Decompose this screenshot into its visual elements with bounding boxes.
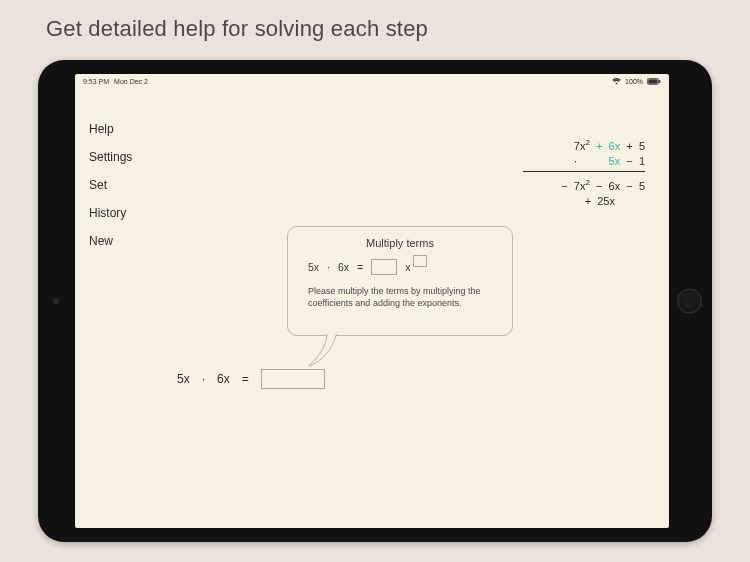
poly-r2-op: −	[626, 155, 632, 167]
eq-a: 5x	[177, 372, 190, 386]
tooltip-lhs-b: 6x	[338, 261, 349, 273]
wifi-icon	[612, 78, 621, 85]
nav-history[interactable]: History	[89, 206, 132, 220]
tooltip-dot: ·	[327, 261, 330, 273]
poly-r3-b: 6x	[609, 180, 621, 192]
svg-rect-1	[648, 79, 657, 83]
nav-help[interactable]: Help	[89, 122, 132, 136]
answer-equation: 5x · 6x =	[177, 369, 325, 389]
tooltip-x-label: x	[405, 261, 410, 273]
tooltip-lhs-a: 5x	[308, 261, 319, 273]
poly-r1-op2: +	[626, 140, 632, 152]
nav-settings[interactable]: Settings	[89, 150, 132, 164]
polynomial-work: 7x2 + 6x + 5 · 5x − 1 − 7x2 − 6x	[523, 134, 645, 210]
marketing-caption: Get detailed help for solving each step	[46, 16, 428, 42]
poly-r4-a: 25x	[597, 195, 615, 207]
poly-r2-b: 1	[639, 155, 645, 167]
tablet-frame: 9:53 PM Mon Dec 2 100% Help Settings Set…	[38, 60, 712, 542]
eq-dot: ·	[202, 372, 205, 386]
poly-r3-a: 7x2	[574, 180, 590, 192]
status-time: 9:53 PM	[83, 78, 109, 85]
poly-r1-c: 5	[639, 140, 645, 152]
nav-set[interactable]: Set	[89, 178, 132, 192]
poly-r1-a: 7x2	[574, 140, 590, 152]
nav-new[interactable]: New	[89, 234, 132, 248]
status-date: Mon Dec 2	[114, 78, 148, 85]
eq-sign: =	[242, 372, 249, 386]
help-tooltip: Multiply terms 5x · 6x = x Please multip…	[287, 226, 513, 336]
poly-rule	[523, 171, 645, 172]
tooltip-eq-sign: =	[357, 261, 363, 273]
nav-menu: Help Settings Set History New	[89, 122, 132, 248]
poly-row-4: + 25x	[523, 192, 645, 210]
status-battery-text: 100%	[625, 78, 643, 85]
tooltip-equation: 5x · 6x = x	[302, 259, 498, 275]
poly-row-1: 7x2 + 6x + 5	[523, 134, 645, 152]
answer-input[interactable]	[261, 369, 325, 389]
poly-row-3: − 7x2 − 6x − 5	[523, 174, 645, 192]
poly-row-2: · 5x − 1	[523, 152, 645, 170]
svg-rect-2	[659, 80, 660, 83]
battery-icon	[647, 78, 661, 85]
poly-r2-dot: ·	[574, 155, 578, 167]
poly-r4-op: +	[585, 195, 591, 207]
tooltip-exp-input[interactable]	[413, 255, 427, 267]
tooltip-title: Multiply terms	[302, 237, 498, 249]
eq-b: 6x	[217, 372, 230, 386]
tooltip-description: Please multiply the terms by multiplying…	[302, 285, 498, 309]
tooltip-coef-input[interactable]	[371, 259, 397, 275]
tooltip-tail	[307, 332, 341, 368]
home-button[interactable]	[677, 289, 702, 314]
tablet-camera	[53, 298, 59, 304]
poly-r3-lead: −	[561, 180, 567, 192]
status-bar: 9:53 PM Mon Dec 2 100%	[75, 74, 669, 88]
app-screen: 9:53 PM Mon Dec 2 100% Help Settings Set…	[75, 74, 669, 528]
poly-r1-b: 6x	[609, 140, 621, 152]
poly-r1-op1: +	[596, 140, 602, 152]
poly-r3-c: 5	[639, 180, 645, 192]
poly-r3-op2: −	[626, 180, 632, 192]
poly-r2-a: 5x	[609, 155, 621, 167]
poly-r3-op1: −	[596, 180, 602, 192]
